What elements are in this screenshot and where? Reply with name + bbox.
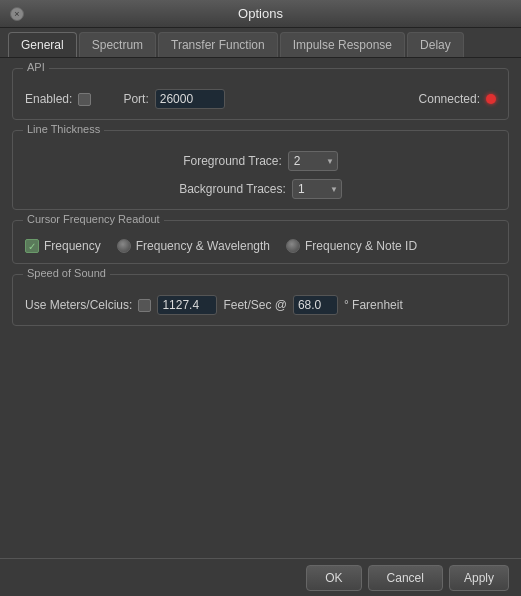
api-row: Enabled: Port: Connected: — [25, 89, 496, 109]
use-meters-checkbox[interactable] — [138, 299, 151, 312]
foreground-trace-row: Foreground Trace: 1 2 3 4 — [25, 151, 496, 171]
api-enabled-checkbox[interactable] — [78, 93, 91, 106]
temp-value-input[interactable] — [293, 295, 338, 315]
speed-value-input[interactable] — [157, 295, 217, 315]
tab-transfer-function[interactable]: Transfer Function — [158, 32, 278, 57]
title-bar: × Options — [0, 0, 521, 28]
close-button[interactable]: × — [10, 7, 24, 21]
radio-freq-note-label: Frequency & Note ID — [305, 239, 417, 253]
line-thickness-group: Line Thickness Foreground Trace: 1 2 3 4… — [12, 130, 509, 210]
radio-frequency[interactable]: ✓ Frequency — [25, 239, 101, 253]
tab-spectrum[interactable]: Spectrum — [79, 32, 156, 57]
use-meters-label: Use Meters/Celcius: — [25, 298, 132, 312]
speed-of-sound-title: Speed of Sound — [23, 267, 110, 279]
api-connected-status — [486, 94, 496, 104]
api-group: API Enabled: Port: Connected: — [12, 68, 509, 120]
api-port-input[interactable] — [155, 89, 225, 109]
window-title: Options — [238, 6, 283, 21]
tab-impulse-response[interactable]: Impulse Response — [280, 32, 405, 57]
speed-of-sound-group: Speed of Sound Use Meters/Celcius: Feet/… — [12, 274, 509, 326]
radio-frequency-check: ✓ — [25, 239, 39, 253]
speed-of-sound-row: Use Meters/Celcius: Feet/Sec @ ° Farenhe… — [25, 295, 496, 315]
radio-freq-wavelength[interactable]: Frequency & Wavelength — [117, 239, 270, 253]
radio-freq-note-btn — [286, 239, 300, 253]
api-enabled-label: Enabled: — [25, 92, 72, 106]
radio-freq-wavelength-btn — [117, 239, 131, 253]
cursor-frequency-title: Cursor Frequency Readout — [23, 213, 164, 225]
bottom-bar: OK Cancel Apply — [0, 558, 521, 596]
cursor-frequency-group: Cursor Frequency Readout ✓ Frequency Fre… — [12, 220, 509, 264]
background-traces-select-wrapper: 1 2 3 4 — [292, 179, 342, 199]
api-port-label: Port: — [123, 92, 148, 106]
radio-frequency-label: Frequency — [44, 239, 101, 253]
foreground-trace-select-wrapper: 1 2 3 4 — [288, 151, 338, 171]
background-traces-label: Background Traces: — [179, 182, 286, 196]
tab-delay[interactable]: Delay — [407, 32, 464, 57]
tab-bar: General Spectrum Transfer Function Impul… — [0, 28, 521, 58]
ok-button[interactable]: OK — [306, 565, 361, 591]
feet-sec-label: Feet/Sec @ — [223, 298, 287, 312]
api-connected-label: Connected: — [419, 92, 480, 106]
background-traces-row: Background Traces: 1 2 3 4 — [25, 179, 496, 199]
apply-button[interactable]: Apply — [449, 565, 509, 591]
tab-general[interactable]: General — [8, 32, 77, 57]
farenheit-label: ° Farenheit — [344, 298, 403, 312]
radio-freq-note[interactable]: Frequency & Note ID — [286, 239, 417, 253]
cursor-frequency-radio-group: ✓ Frequency Frequency & Wavelength Frequ… — [25, 239, 496, 253]
foreground-trace-select[interactable]: 1 2 3 4 — [288, 151, 338, 171]
line-thickness-title: Line Thickness — [23, 123, 104, 135]
main-content: API Enabled: Port: Connected: Line Thick… — [0, 58, 521, 558]
background-traces-select[interactable]: 1 2 3 4 — [292, 179, 342, 199]
foreground-trace-label: Foreground Trace: — [183, 154, 282, 168]
close-icon: × — [14, 9, 19, 19]
radio-freq-wavelength-label: Frequency & Wavelength — [136, 239, 270, 253]
api-group-title: API — [23, 61, 49, 73]
cancel-button[interactable]: Cancel — [368, 565, 443, 591]
